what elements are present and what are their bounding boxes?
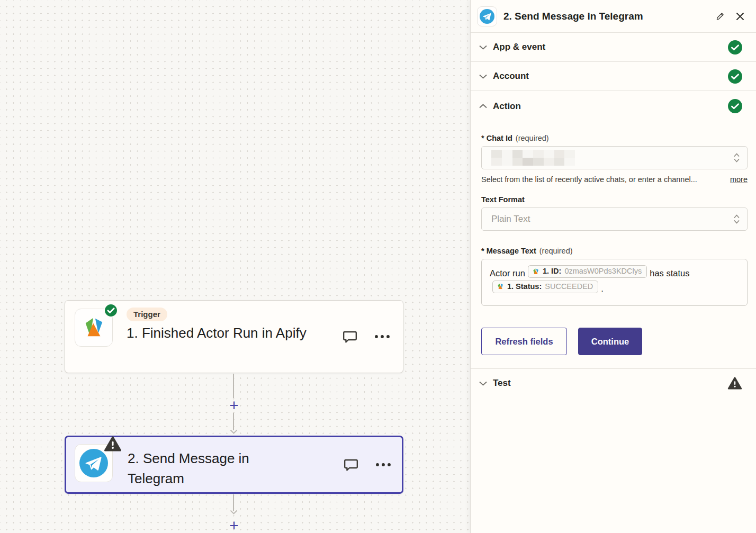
select-stepper-icon	[733, 152, 741, 164]
add-step-button[interactable]: +	[227, 399, 241, 412]
mapped-field-pill-status[interactable]: 1. Status:SUCCEEDED	[492, 281, 598, 293]
telegram-app-tile	[75, 444, 113, 482]
step-card-telegram[interactable]: 2. Send Message in Telegram	[65, 436, 403, 494]
section-account[interactable]: Account	[471, 62, 756, 91]
section-action[interactable]: Action	[471, 91, 756, 121]
rename-step-pencil-icon[interactable]	[714, 11, 726, 22]
section-label: Test	[493, 378, 511, 389]
note-comment-icon[interactable]	[343, 456, 359, 473]
status-warning-icon	[727, 376, 742, 390]
section-label: Action	[493, 101, 521, 112]
arrow-down-icon	[230, 510, 238, 514]
telegram-app-tile-small	[477, 6, 497, 26]
select-stepper-icon	[733, 213, 741, 225]
text-format-value: Plain Text	[491, 214, 530, 224]
workflow-canvas[interactable]: Trigger 1. Finished Actor Run in Apify +	[0, 0, 470, 533]
mapped-field-pill-id[interactable]: 1. ID:0zmasW0Pds3KDClys	[528, 265, 647, 278]
message-text-middle: has status	[650, 268, 689, 278]
chat-id-select[interactable]	[481, 146, 748, 169]
refresh-fields-button[interactable]: Refresh fields	[481, 328, 567, 355]
step-card-trigger[interactable]: Trigger 1. Finished Actor Run in Apify	[65, 300, 403, 373]
step-success-badge-icon	[104, 303, 118, 318]
chevron-down-icon	[479, 74, 488, 79]
text-format-label: Text Format	[481, 195, 747, 204]
text-format-select[interactable]: Plain Text	[481, 207, 748, 231]
telegram-logo-icon	[78, 448, 109, 478]
message-text-input[interactable]: Actor run1. ID:0zmasW0Pds3KDClyshas stat…	[481, 259, 748, 306]
panel-header: 2. Send Message in Telegram	[471, 0, 756, 33]
chat-id-helper-text: Select from the list of recently active …	[481, 175, 697, 184]
action-form: * Chat Id(required) Select from the list…	[471, 121, 756, 355]
section-test[interactable]: Test	[471, 368, 756, 398]
chat-id-label: * Chat Id(required)	[481, 134, 747, 142]
chevron-down-icon	[479, 44, 488, 50]
chevron-down-icon	[479, 381, 488, 386]
section-label: App & event	[493, 42, 545, 52]
continue-button[interactable]: Continue	[578, 328, 642, 355]
connector-line	[233, 374, 234, 398]
status-success-icon	[728, 40, 742, 55]
note-comment-icon[interactable]	[341, 328, 358, 345]
status-success-icon	[728, 99, 742, 113]
apify-logo-icon	[82, 315, 106, 340]
section-label: Account	[493, 71, 529, 82]
status-success-icon	[728, 69, 742, 84]
message-text-prefix: Actor run	[490, 268, 525, 278]
arrow-down-icon	[230, 429, 238, 434]
apify-logo-icon	[532, 268, 539, 275]
step-title: 1. Finished Actor Run in Apify	[127, 323, 309, 343]
step-title: 2. Send Message in Telegram	[128, 448, 289, 489]
connector-line	[233, 413, 234, 430]
close-panel-icon[interactable]	[735, 11, 745, 22]
message-text-suffix: .	[601, 283, 604, 293]
panel-title: 2. Send Message in Telegram	[503, 11, 643, 22]
step-config-panel: 2. Send Message in Telegram App & event	[470, 0, 756, 533]
chevron-up-icon	[479, 103, 488, 109]
section-app-event[interactable]: App & event	[471, 33, 756, 62]
more-link[interactable]: more	[730, 175, 748, 184]
redacted-chat-id-value	[491, 150, 575, 166]
apify-app-tile	[75, 309, 113, 347]
apify-logo-icon	[497, 283, 504, 290]
connector-line	[233, 494, 234, 511]
more-options-icon[interactable]	[374, 334, 391, 339]
trigger-badge: Trigger	[127, 308, 167, 321]
step-warning-badge-icon	[104, 436, 122, 452]
more-options-icon[interactable]	[375, 462, 392, 467]
message-text-label: * Message Text(required)	[481, 247, 747, 255]
add-step-button[interactable]: +	[227, 519, 241, 532]
